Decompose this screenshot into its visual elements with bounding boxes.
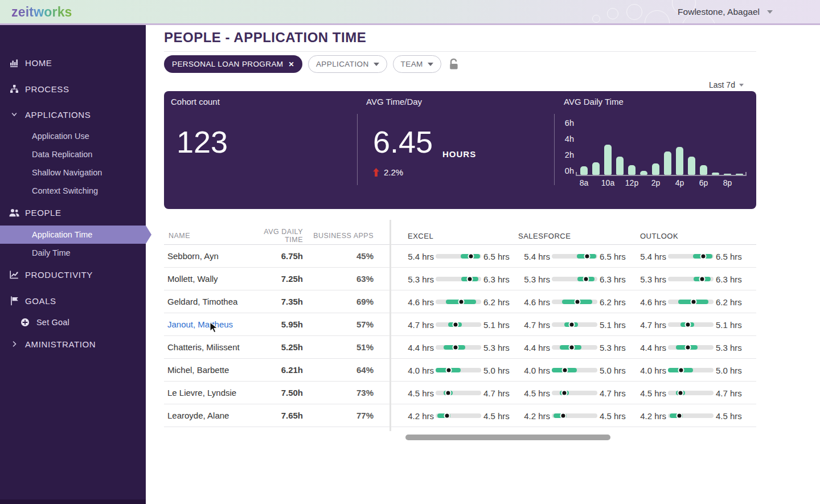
range-track xyxy=(436,254,481,259)
sidebar-item-shallow-navigation[interactable]: Shallow Navigation xyxy=(0,165,146,181)
sidebar-item-label: Application Use xyxy=(32,132,89,141)
chevron-down-icon xyxy=(767,10,773,14)
person-name[interactable]: Michel, Barbette xyxy=(164,365,257,375)
person-name[interactable]: Learoyde, Alane xyxy=(164,411,257,420)
sidebar-item-applications[interactable]: APPLICATIONS xyxy=(0,106,146,122)
min-hours: 4.0 hrs xyxy=(638,366,666,375)
sidebar-item-daily-time[interactable]: Daily Time xyxy=(0,245,146,261)
avg-dot xyxy=(678,390,684,396)
table-row: Janout, Mattheus 5.95h 57% 4.7 hrs 5.1 h… xyxy=(164,313,756,336)
max-hours: 5.3 hrs xyxy=(483,343,510,353)
min-hours: 4.5 hrs xyxy=(638,388,666,398)
close-icon[interactable]: ✕ xyxy=(288,60,294,68)
min-hours: 4.4 hrs xyxy=(522,343,550,353)
unlock-icon[interactable] xyxy=(448,58,460,71)
min-hours: 4.6 hrs xyxy=(405,297,434,307)
chart-bar xyxy=(688,157,695,175)
sidebar-item-people[interactable]: PEOPLE xyxy=(0,204,146,220)
sidebar-item-home[interactable]: HOME xyxy=(0,55,146,71)
person-name[interactable]: Le Lievre, Lyndsie xyxy=(164,388,257,398)
decorative-circle xyxy=(607,8,618,19)
app-usage-cell: 4.2 hrs 4.5 hrs xyxy=(638,411,754,421)
zeitworks-logo[interactable]: zeitworks xyxy=(11,5,72,20)
max-hours: 5.1 hrs xyxy=(599,320,626,330)
chart-bar xyxy=(700,165,707,175)
chart-bar xyxy=(616,157,624,175)
filter-chip-label: PERSONAL LOAN PROGRAM xyxy=(172,60,283,68)
app-usage-cell: 4.0 hrs 5.0 hrs xyxy=(522,366,638,375)
app-usage-cell: 4.7 hrs 5.1 hrs xyxy=(638,320,754,330)
date-range-dropdown[interactable]: Last 7d xyxy=(709,80,744,89)
min-hours: 5.4 hrs xyxy=(638,252,666,261)
business-apps-value: 73% xyxy=(303,388,374,398)
min-hours: 4.4 hrs xyxy=(405,343,434,353)
sidebar-item-data-replication[interactable]: Data Replication xyxy=(0,146,146,162)
sidebar-item-productivity[interactable]: PRODUCTIVITY xyxy=(0,267,146,282)
app-usage-cells: 4.6 hrs 6.2 hrs 4.6 hrs 6.2 hrs 4.6 hrs … xyxy=(405,290,754,313)
max-hours: 6.3 hrs xyxy=(599,274,626,284)
chevron-down-icon xyxy=(374,63,379,66)
business-apps-value: 51% xyxy=(303,342,374,352)
sidebar-item-administration[interactable]: AMINISTRATION xyxy=(0,336,146,352)
app-usage-cell: 4.4 hrs 5.3 hrs xyxy=(638,343,754,353)
kpi-divider xyxy=(554,114,555,185)
sitemap-icon xyxy=(9,84,20,94)
team-dropdown[interactable]: TEAM xyxy=(393,55,441,73)
range-track xyxy=(436,300,481,304)
sidebar-item-process[interactable]: PROCESS xyxy=(0,81,146,97)
avg-dot xyxy=(467,276,473,282)
user-menu[interactable]: Fowlestone, Abagael xyxy=(678,0,773,23)
horizontal-scrollbar[interactable] xyxy=(405,435,610,440)
max-hours: 6.5 hrs xyxy=(599,252,626,261)
min-hours: 4.7 hrs xyxy=(522,320,550,330)
person-name[interactable]: Sebborn, Ayn xyxy=(164,251,257,261)
max-hours: 4.7 hrs xyxy=(483,388,510,398)
sidebar-item-set-goal[interactable]: Set Goal xyxy=(0,314,146,330)
sidebar-item-label: Daily Time xyxy=(32,248,71,257)
max-hours: 5.3 hrs xyxy=(715,343,742,353)
person-name[interactable]: Janout, Mattheus xyxy=(164,319,257,329)
application-dropdown[interactable]: APPLICATION xyxy=(308,55,387,73)
chevron-down-icon xyxy=(9,111,20,118)
sidebar-item-label: APPLICATIONS xyxy=(25,110,91,120)
sidebar-item-goals[interactable]: GOALS xyxy=(0,293,146,309)
avg-dot xyxy=(685,345,691,351)
person-name[interactable]: Geldard, Timothea xyxy=(164,297,257,306)
app-usage-cell: 4.2 hrs 4.5 hrs xyxy=(522,411,638,421)
person-name[interactable]: Chatteris, Milissent xyxy=(164,342,257,352)
avg-daily-time-value: 6.75h xyxy=(257,251,303,261)
avg-dot xyxy=(685,322,691,328)
range-track xyxy=(668,277,714,281)
avg-dot xyxy=(699,276,706,282)
avg-dot xyxy=(453,345,459,351)
user-name: Fowlestone, Abagael xyxy=(678,7,760,17)
x-tick-label: 4p xyxy=(675,178,684,187)
app-usage-cell: 4.7 hrs 5.1 hrs xyxy=(405,320,522,330)
max-hours: 5.0 hrs xyxy=(599,366,626,375)
app-usage-cell: 4.0 hrs 5.0 hrs xyxy=(638,366,754,375)
chevron-right-icon xyxy=(9,341,20,347)
avg-dot xyxy=(445,390,452,396)
name-header: NAME xyxy=(164,232,257,240)
app-usage-cell: 4.6 hrs 6.2 hrs xyxy=(405,297,522,307)
sidebar-item-context-switching[interactable]: Context Switching xyxy=(0,183,146,199)
avg-dot xyxy=(561,390,568,396)
app-usage-cell: 5.3 hrs 6.3 hrs xyxy=(522,274,638,284)
filter-chip-personal-loan-program[interactable]: PERSONAL LOAN PROGRAM ✕ xyxy=(164,55,302,73)
avg-dot xyxy=(569,322,575,328)
chart-bar-icon xyxy=(9,58,20,68)
avg-time-delta: 2.2% xyxy=(373,167,403,177)
business-apps-value: 77% xyxy=(303,411,374,420)
app-usage-cell: 4.4 hrs 5.3 hrs xyxy=(522,343,638,353)
avg-daily-time-label: AVG Daily Time xyxy=(564,97,624,106)
avg-dot xyxy=(560,413,567,419)
max-hours: 6.3 hrs xyxy=(483,274,510,284)
range-track xyxy=(552,391,597,395)
max-hours: 5.1 hrs xyxy=(483,320,510,330)
sidebar-item-label: PEOPLE xyxy=(25,208,62,218)
sidebar-item-label: Set Goal xyxy=(36,318,69,327)
sidebar-item-application-use[interactable]: Application Use xyxy=(0,128,146,144)
y-tick-label: 2h xyxy=(556,147,574,163)
person-name[interactable]: Mollett, Wally xyxy=(164,274,257,284)
sidebar-item-application-time[interactable]: Application Time xyxy=(0,226,146,244)
